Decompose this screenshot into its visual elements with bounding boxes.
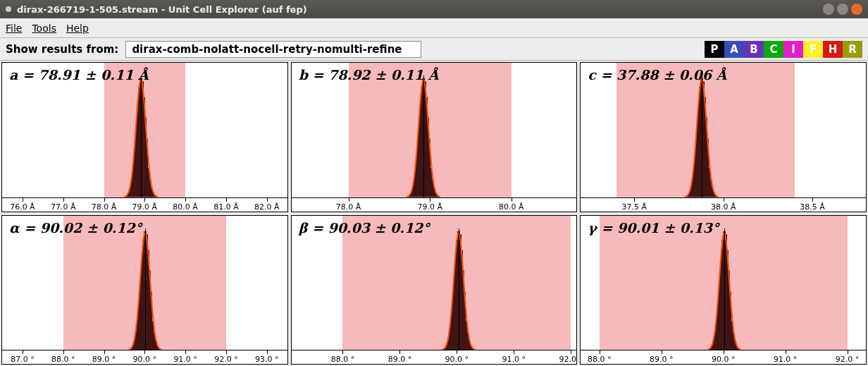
close-button[interactable]: [851, 4, 862, 15]
legend-swatch-B[interactable]: B: [744, 41, 764, 58]
tick-label: 38.0 Å: [711, 202, 736, 212]
tick-label: 92.0 °: [214, 355, 238, 364]
legend-swatch-P[interactable]: P: [705, 41, 724, 58]
plot-title-c: c = 37.88 ± 0.06 Å: [588, 67, 726, 83]
plot-c[interactable]: c = 37.88 ± 0.06 Å37.5 Å38.0 Å38.5 Å: [580, 62, 867, 212]
tick-label: 90.0 °: [133, 355, 157, 364]
plot-a[interactable]: a = 78.91 ± 0.11 Å76.0 Å77.0 Å78.0 Å79.0…: [1, 62, 288, 212]
x-axis: 37.5 Å38.0 Å38.5 Å: [581, 197, 866, 212]
tick-label: 37.5 Å: [621, 202, 647, 212]
tick-label: 89.0 °: [388, 355, 412, 364]
tick-label: 80.0 Å: [173, 202, 198, 212]
mean-marker: [724, 228, 725, 350]
plot-b[interactable]: b = 78.92 ± 0.11 Å78.0 Å79.0 Å80.0 Å: [291, 62, 578, 212]
legend-swatch-I[interactable]: I: [783, 41, 803, 58]
tick-label: 77.0 Å: [51, 202, 76, 212]
minimize-button[interactable]: [823, 4, 834, 15]
tick-label: 79.0 Å: [132, 202, 158, 212]
x-axis: 88.0 °89.0 °90.0 °91.0 °92.0 °: [292, 350, 577, 364]
x-axis: 76.0 Å77.0 Å78.0 Å79.0 Å80.0 Å81.0 Å82.0…: [2, 197, 287, 212]
legend-swatch-H[interactable]: H: [823, 41, 843, 58]
tick-label: 76.0 Å: [10, 202, 35, 212]
legend-swatch-F[interactable]: F: [803, 41, 823, 58]
tick-label: 89.0 °: [650, 355, 674, 364]
menu-bar: File Tools Help: [0, 18, 868, 38]
tick-label: 88.0 °: [588, 355, 612, 364]
tick-label: 90.0 °: [445, 355, 469, 364]
tick-label: 78.0 Å: [92, 202, 117, 212]
results-from-label: Show results from:: [6, 43, 118, 56]
x-axis: 87.0 °88.0 °89.0 °90.0 °91.0 °92.0 °93.0…: [2, 350, 287, 364]
plots-grid: a = 78.91 ± 0.11 Å76.0 Å77.0 Å78.0 Å79.0…: [0, 61, 868, 366]
mean-marker: [145, 228, 146, 350]
tick-label: 88.0 °: [331, 355, 355, 364]
plot-gamma[interactable]: γ = 90.01 ± 0.13°88.0 °89.0 °90.0 °91.0 …: [580, 215, 867, 365]
tick-label: 88.0 °: [51, 355, 75, 364]
tick-label: 91.0 °: [173, 355, 197, 364]
tick-label: 92.0 °: [559, 355, 577, 364]
tick-label: 90.0 °: [712, 355, 736, 364]
tick-label: 91.0 °: [502, 355, 526, 364]
highlight-band: [349, 63, 512, 197]
plot-alpha[interactable]: α = 90.02 ± 0.12°87.0 °88.0 °89.0 °90.0 …: [1, 215, 288, 365]
controls-bar: Show results from: dirax-comb-nolatt-noc…: [0, 38, 868, 61]
window-buttons: [823, 4, 862, 15]
mean-marker: [141, 75, 142, 197]
tick-label: 80.0 Å: [499, 202, 524, 212]
plot-title-alpha: α = 90.02 ± 0.12°: [9, 220, 142, 236]
menu-help[interactable]: Help: [66, 23, 89, 34]
tick-label: 93.0 °: [255, 355, 279, 364]
app-icon: [6, 6, 11, 12]
legend-swatch-C[interactable]: C: [764, 41, 783, 58]
lattice-legend: PABCIFHR: [705, 41, 862, 58]
tick-label: 87.0 °: [11, 355, 35, 364]
tick-label: 78.0 Å: [336, 202, 361, 212]
legend-swatch-R[interactable]: R: [843, 41, 862, 58]
maximize-button[interactable]: [837, 4, 848, 15]
results-from-dropdown[interactable]: dirax-comb-nolatt-nocell-retry-nomulti-r…: [125, 41, 421, 58]
tick-label: 82.0 Å: [254, 202, 280, 212]
highlight-band: [63, 216, 226, 350]
window-titlebar: dirax-266719-1-505.stream - Unit Cell Ex…: [0, 0, 868, 18]
highlight-band: [342, 216, 571, 350]
highlight-band: [104, 63, 186, 197]
menu-tools[interactable]: Tools: [32, 23, 56, 34]
results-from-value: dirax-comb-nolatt-nocell-retry-nomulti-r…: [132, 43, 402, 56]
mean-marker: [423, 75, 424, 197]
highlight-band: [616, 63, 795, 197]
plot-title-gamma: γ = 90.01 ± 0.13°: [588, 220, 719, 236]
legend-swatch-A[interactable]: A: [724, 41, 744, 58]
x-axis: 78.0 Å79.0 Å80.0 Å: [292, 197, 577, 212]
tick-label: 92.0 °: [836, 355, 860, 364]
tick-label: 38.5 Å: [800, 202, 825, 212]
plot-title-beta: β = 90.03 ± 0.12°: [299, 220, 430, 236]
plot-beta[interactable]: β = 90.03 ± 0.12°88.0 °89.0 °90.0 °91.0 …: [291, 215, 578, 365]
tick-label: 81.0 Å: [213, 202, 239, 212]
plot-title-a: a = 78.91 ± 0.11 Å: [9, 67, 149, 83]
x-axis: 88.0 °89.0 °90.0 °91.0 °92.0 °: [581, 350, 866, 364]
tick-label: 89.0 °: [92, 355, 116, 364]
plot-title-b: b = 78.92 ± 0.11 Å: [299, 67, 439, 83]
window-title: dirax-266719-1-505.stream - Unit Cell Ex…: [17, 4, 823, 15]
menu-file[interactable]: File: [6, 23, 22, 34]
tick-label: 91.0 °: [774, 355, 798, 364]
mean-marker: [702, 75, 702, 197]
tick-label: 79.0 Å: [417, 202, 442, 212]
mean-marker: [459, 228, 459, 350]
